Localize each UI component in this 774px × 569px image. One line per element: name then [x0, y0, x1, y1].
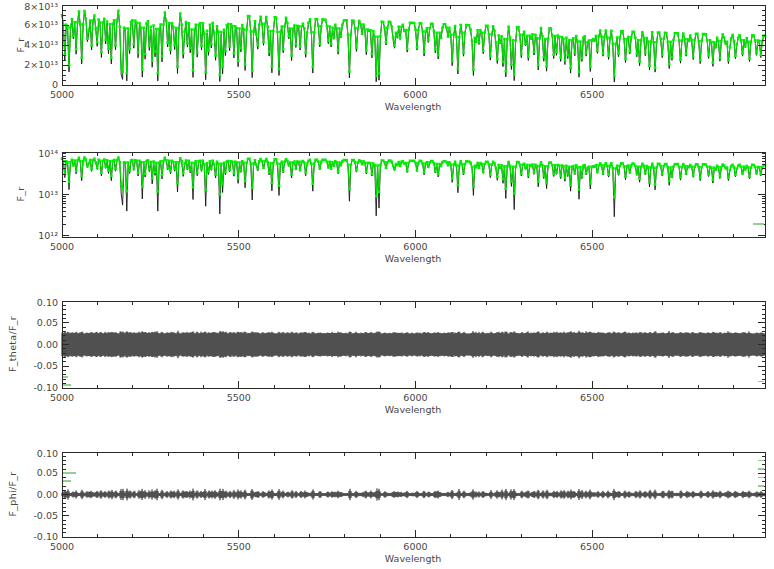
y-axis-title-theta-ratio: F_theta/F_r [7, 316, 18, 372]
theta-ratio-noise [62, 331, 765, 359]
x-tick-label: 5500 [227, 89, 251, 100]
tick-labels: 50005500600065000.100.050.00-0.05-0.10 [33, 448, 604, 552]
x-tick-label: 5000 [50, 241, 74, 252]
x-axis-title-theta-ratio: Wavelength [313, 404, 513, 415]
stellar-spectra-figure: 50005500600065008×10¹³6×10¹³4×10¹³2×10¹³… [0, 0, 774, 569]
x-tick-label: 6000 [403, 89, 427, 100]
y-tick-label: 8×10¹³ [24, 1, 58, 12]
y-tick-label: 0.10 [37, 297, 58, 308]
x-tick-label: 5500 [227, 241, 251, 252]
y-tick-label: -0.05 [33, 510, 58, 521]
y-tick-label: 0.05 [37, 317, 58, 328]
y-tick-label: 10¹³ [38, 189, 58, 200]
y-axis-title-flux-log: F_r [15, 186, 26, 201]
y-axis-title-flux-linear: F_r [15, 37, 26, 52]
x-tick-label: 5000 [50, 541, 74, 552]
x-axis-title-flux-linear: Wavelength [313, 101, 513, 112]
series-flux-log [61, 156, 767, 217]
y-tick-label: 6×10¹³ [24, 19, 58, 30]
model-marker-squares [61, 10, 767, 78]
x-tick-label: 6500 [580, 241, 604, 252]
y-tick-label: 4×10¹³ [24, 39, 58, 50]
x-tick-label: 6000 [403, 541, 427, 552]
x-tick-label: 6500 [580, 392, 604, 403]
x-tick-label: 5500 [227, 392, 251, 403]
flux-log-chart: 500055006000650010¹⁴10¹³10¹² [0, 138, 774, 270]
theta-ratio-chart: 50005500600065000.100.050.00-0.05-0.10 [0, 288, 774, 420]
y-tick-label: 0.10 [37, 448, 58, 459]
x-tick-label: 6000 [403, 241, 427, 252]
y-tick-label: 0.00 [37, 489, 58, 500]
x-tick-label: 6500 [580, 89, 604, 100]
y-tick-label: 0 [52, 79, 58, 90]
y-tick-label: 2×10¹³ [24, 59, 58, 70]
phi-ratio-noise [62, 488, 765, 500]
y-tick-label: -0.10 [33, 531, 58, 542]
phi-ratio-chart: 50005500600065000.100.050.00-0.05-0.10 [0, 440, 774, 569]
x-tick-label: 5000 [50, 392, 74, 403]
y-tick-label: 0.00 [37, 339, 58, 350]
y-tick-label: -0.10 [33, 382, 58, 393]
x-tick-label: 6000 [403, 392, 427, 403]
y-tick-label: -0.05 [33, 360, 58, 371]
x-tick-label: 5500 [227, 541, 251, 552]
x-tick-label: 5000 [50, 89, 74, 100]
x-axis-title-phi-ratio: Wavelength [313, 553, 513, 564]
y-tick-label: 0.05 [37, 467, 58, 478]
y-tick-label: 10¹² [38, 230, 58, 241]
x-axis-title-flux-log: Wavelength [313, 253, 513, 264]
y-axis-title-phi-ratio: F_phi/F_r [7, 472, 18, 517]
y-tick-label: 10¹⁴ [38, 148, 58, 159]
x-tick-label: 6500 [580, 541, 604, 552]
series-flux-linear [61, 10, 767, 83]
